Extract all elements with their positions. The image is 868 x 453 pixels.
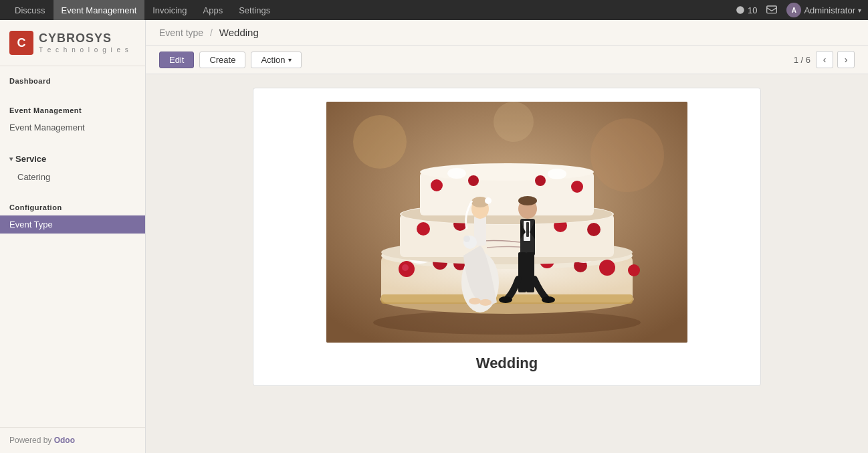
event-type-label: Event Type [9, 219, 53, 230]
svg-point-0 [736, 6, 744, 14]
event-image [326, 102, 687, 343]
nav-right: 10 A Administrator ▾ [736, 3, 861, 17]
breadcrumb-bar: Event type / Wedding [146, 20, 868, 46]
svg-point-26 [417, 222, 430, 236]
event-mgmt-label: Event Management [9, 122, 85, 132]
svg-point-52 [518, 196, 537, 205]
svg-point-55 [469, 298, 481, 304]
brand-name: CYBROSYS [39, 31, 130, 46]
logo-icon: C [9, 31, 33, 55]
nav-apps[interactable]: Apps [195, 0, 231, 20]
sidebar-section-event-mgmt: Event Management Event Management [0, 96, 145, 143]
svg-rect-50 [526, 222, 529, 237]
catering-label: Catering [17, 172, 50, 182]
toolbar-left: Edit Create Action ▾ [159, 52, 302, 68]
notification-count: 10 [748, 5, 757, 15]
svg-point-12 [402, 264, 409, 271]
svg-point-53 [499, 296, 512, 303]
create-button[interactable]: Create [199, 52, 245, 68]
event-card: Wedding [253, 88, 761, 386]
logo-text: CYBROSYS T e c h n o l o g i e s [39, 31, 130, 54]
svg-point-32 [420, 163, 594, 181]
svg-point-3 [353, 115, 407, 169]
svg-point-36 [535, 175, 546, 186]
nav-event-management[interactable]: Event Management [53, 0, 145, 20]
sidebar-section-dashboard: Dashboard [0, 66, 145, 96]
action-label: Action [261, 55, 285, 65]
sidebar-section-configuration: Configuration Event Type [0, 193, 145, 240]
sidebar-item-event-type[interactable]: Event Type [0, 215, 145, 234]
service-label: Service [15, 154, 46, 164]
edit-button[interactable]: Edit [159, 52, 194, 68]
svg-point-35 [468, 175, 479, 186]
main-layout: C CYBROSYS T e c h n o l o g i e s Dashb… [0, 20, 868, 453]
pager-prev-button[interactable]: ‹ [816, 51, 833, 68]
svg-point-33 [431, 179, 443, 191]
svg-point-4 [590, 118, 664, 192]
messages-icon[interactable] [766, 5, 777, 15]
nav-items: Discuss Event Management Invoicing Apps … [7, 0, 278, 20]
svg-rect-48 [526, 252, 534, 292]
svg-point-38 [548, 169, 566, 179]
svg-rect-1 [767, 6, 777, 13]
section-header-dashboard: Dashboard [0, 73, 145, 89]
nav-settings[interactable]: Settings [231, 0, 278, 20]
nav-invoicing[interactable]: Invoicing [144, 0, 195, 20]
action-button[interactable]: Action ▾ [251, 52, 301, 68]
svg-point-29 [587, 223, 601, 236]
breadcrumb-parent[interactable]: Event type [159, 27, 203, 38]
event-title: Wedding [476, 355, 538, 372]
admin-user[interactable]: A Administrator ▾ [786, 3, 861, 17]
breadcrumb: Event type / Wedding [159, 27, 259, 38]
sidebar-category-service[interactable]: ▾ Service [0, 150, 145, 168]
pager-count: 1 / 6 [794, 55, 810, 65]
svg-point-54 [542, 296, 555, 303]
svg-rect-47 [518, 252, 526, 292]
main-content: Wedding [146, 74, 868, 453]
svg-point-5 [494, 102, 534, 142]
svg-point-45 [485, 197, 492, 204]
sidebar-footer: Powered by Odoo [0, 427, 145, 453]
notifications-icon[interactable]: 10 [736, 5, 757, 15]
toolbar-right: 1 / 6 ‹ › [794, 51, 855, 68]
section-header-event-mgmt: Event Management [0, 102, 145, 118]
svg-point-44 [463, 236, 470, 242]
footer-brand: Odoo [54, 436, 75, 445]
avatar: A [786, 3, 801, 17]
content-area: Event type / Wedding Edit Create Action … [146, 20, 868, 453]
service-arrow-icon: ▾ [9, 155, 13, 163]
sidebar: C CYBROSYS T e c h n o l o g i e s Dashb… [0, 20, 146, 453]
footer-text: Powered by [9, 436, 54, 445]
toolbar: Edit Create Action ▾ 1 / 6 ‹ › [146, 46, 868, 74]
brand-sub: T e c h n o l o g i e s [39, 46, 130, 54]
svg-point-6 [373, 310, 641, 335]
top-navigation: Discuss Event Management Invoicing Apps … [0, 0, 868, 20]
sidebar-item-event-management[interactable]: Event Management [0, 118, 145, 137]
sidebar-item-catering[interactable]: Catering [0, 168, 145, 186]
section-header-configuration: Configuration [0, 199, 145, 215]
svg-point-37 [447, 168, 466, 179]
pager-next-button[interactable]: › [837, 51, 855, 68]
admin-caret-icon: ▾ [858, 7, 861, 14]
svg-point-18 [628, 264, 640, 276]
pager-controls: ‹ › [816, 51, 855, 68]
admin-label: Administrator [804, 5, 855, 15]
nav-discuss[interactable]: Discuss [7, 0, 53, 20]
action-caret-icon: ▾ [288, 56, 292, 64]
breadcrumb-current: Wedding [219, 27, 259, 38]
sidebar-section-service: ▾ Service Catering [0, 143, 145, 193]
svg-point-56 [479, 299, 492, 306]
svg-point-34 [571, 181, 583, 193]
sidebar-logo: C CYBROSYS T e c h n o l o g i e s [0, 20, 145, 66]
svg-point-14 [599, 260, 615, 276]
breadcrumb-separator: / [210, 27, 215, 38]
